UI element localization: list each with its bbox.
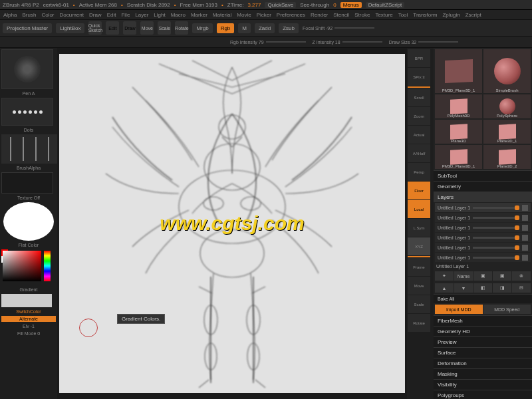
section-header[interactable]: Geometry HD — [434, 326, 532, 336]
section-header[interactable]: Preview — [434, 336, 532, 347]
lsym-button[interactable]: L.Sym — [408, 219, 430, 237]
layer-btn[interactable]: ◨ — [493, 283, 511, 293]
menu-item[interactable]: Movie — [235, 12, 253, 18]
menu-item[interactable]: Draw — [87, 12, 104, 18]
m-button[interactable]: M — [238, 23, 251, 33]
layer-row[interactable]: Untitled Layer 1 — [435, 223, 531, 232]
layer-row[interactable]: Untitled Layer 1 — [435, 253, 531, 262]
menu-item[interactable]: Alpha — [1, 12, 19, 18]
tool-item[interactable]: Plane3D_2 — [483, 145, 531, 169]
z-intensity-slider[interactable] — [342, 41, 382, 43]
quicksave-button[interactable]: QuickSave — [265, 2, 296, 8]
draw-mode-button[interactable]: Draw — [123, 21, 136, 35]
zadd-button[interactable]: Zadd — [255, 23, 275, 33]
menu-item[interactable]: Render — [309, 12, 330, 18]
focal-shift-slider[interactable] — [334, 27, 374, 29]
tool-item[interactable]: PolyMesh3D — [435, 94, 482, 118]
menu-item[interactable]: Layer — [133, 12, 150, 18]
xyz-button[interactable]: XYZ — [408, 237, 430, 255]
tool-item[interactable]: PM3D_Plane3D_1 — [435, 49, 482, 93]
rgb-button[interactable]: Rgb — [217, 23, 235, 33]
edit-mode-button[interactable]: Edit — [106, 21, 119, 35]
menu-item[interactable]: Picker — [255, 12, 273, 18]
import-mdd-button[interactable]: Import MDD — [435, 305, 483, 314]
section-header[interactable]: Deformation — [434, 358, 532, 368]
color-picker[interactable] — [1, 249, 52, 285]
layer-btn[interactable]: ◧ — [473, 283, 492, 293]
frame-button[interactable]: Frame — [408, 258, 430, 276]
section-header[interactable]: Polygroups — [434, 390, 532, 399]
section-header[interactable]: Surface — [434, 347, 532, 358]
menu-item[interactable]: Texture — [373, 12, 394, 18]
alternate-button[interactable]: Alternate — [1, 316, 56, 322]
persp-button[interactable]: Persp — [408, 163, 430, 181]
geometry-header[interactable]: Geometry — [434, 181, 532, 192]
layer-btn[interactable]: ▲ — [435, 283, 454, 293]
menu-item[interactable]: Transform — [411, 12, 439, 18]
menu-item[interactable]: Macro — [169, 12, 188, 18]
menu-item[interactable]: Marker — [189, 12, 209, 18]
zsub-button[interactable]: Zsub — [279, 23, 299, 33]
tool-item[interactable]: SimpleBrush — [483, 49, 531, 93]
menu-item[interactable]: Preferences — [275, 12, 307, 18]
menu-item[interactable]: Light — [152, 12, 167, 18]
scale-mode-button[interactable]: Scale — [158, 21, 171, 35]
layer-btn[interactable]: ⊗ — [512, 271, 531, 281]
vp-move-button[interactable]: Move — [408, 277, 430, 295]
rotate-mode-button[interactable]: Rotate — [175, 21, 188, 35]
stroke-selector[interactable] — [1, 98, 53, 126]
tool-item[interactable]: PolySphere — [483, 94, 531, 118]
tool-item[interactable]: Plane3D_1 — [483, 120, 531, 144]
spix-button[interactable]: SPix 3 — [408, 68, 430, 86]
script-button[interactable]: DefaultZScript — [366, 2, 405, 8]
subtool-header[interactable]: SubTool — [434, 170, 532, 181]
gradient-swatch[interactable] — [1, 294, 52, 307]
menu-item[interactable]: Brush — [20, 12, 38, 18]
layer-row[interactable]: Untitled Layer 1 — [435, 243, 531, 252]
menus-button[interactable]: Menus — [340, 2, 362, 8]
section-header[interactable]: FiberMesh — [434, 315, 532, 326]
layer-row[interactable]: Untitled Layer 1 — [435, 233, 531, 242]
zoom-button[interactable]: Zoom — [408, 107, 430, 125]
tool-item[interactable]: PM3D_Plane3D_1 — [435, 145, 482, 169]
document-canvas[interactable]: www.cgtsj.com — [59, 54, 405, 393]
move-mode-button[interactable]: Move — [140, 21, 154, 35]
section-header[interactable]: Visibility — [434, 379, 532, 390]
vp-rotate-button[interactable]: Rotate — [408, 314, 430, 332]
menu-item[interactable]: Document — [58, 12, 86, 18]
menu-item[interactable]: Stencil — [331, 12, 351, 18]
menu-item[interactable]: Stroke — [352, 12, 372, 18]
floor-button[interactable]: Floor — [408, 182, 430, 200]
local-button[interactable]: Local — [408, 200, 430, 218]
layer-btn[interactable]: ▣ — [473, 271, 492, 281]
menu-item[interactable]: Material — [211, 12, 233, 18]
layer-row[interactable]: Untitled Layer 1 — [435, 203, 531, 212]
mrgb-button[interactable]: Mrgb — [192, 23, 212, 33]
bake-all-button[interactable]: Bake All — [434, 294, 532, 303]
layer-btn[interactable]: ▣ — [493, 271, 511, 281]
actual-button[interactable]: Actual — [408, 126, 430, 144]
scroll-button[interactable]: Scroll — [408, 88, 430, 106]
menu-item[interactable]: Tool — [396, 12, 410, 18]
menu-item[interactable]: Edit — [105, 12, 118, 18]
switch-color-button[interactable]: SwitchColor — [1, 309, 56, 315]
menu-item[interactable]: Zscript — [464, 12, 483, 18]
draw-size-slider[interactable] — [418, 41, 458, 43]
texture-selector[interactable] — [1, 172, 53, 194]
layer-btn[interactable]: ▼ — [454, 283, 473, 293]
projection-master-button[interactable]: Projection Master — [3, 23, 52, 33]
tool-item[interactable]: Plane3D — [435, 120, 482, 144]
bpr-button[interactable]: BPR — [408, 49, 430, 67]
rgb-intensity-slider[interactable] — [266, 41, 306, 43]
quick-sketch-button[interactable]: Quick Sketch — [88, 21, 102, 35]
menu-item[interactable]: Color — [39, 12, 56, 18]
layers-header[interactable]: Layers — [434, 192, 532, 202]
canvas-area[interactable]: www.cgtsj.com Gradient Colors. — [57, 48, 407, 399]
vp-scale-button[interactable]: Scale — [408, 295, 430, 313]
layer-row[interactable]: Untitled Layer 1 — [435, 213, 531, 222]
menu-item[interactable]: File — [119, 12, 132, 18]
lightbox-button[interactable]: LightBox — [56, 23, 84, 33]
brush-selector[interactable] — [1, 49, 53, 89]
section-header[interactable]: Masking — [434, 368, 532, 379]
menu-item[interactable]: Zplugin — [440, 12, 462, 18]
